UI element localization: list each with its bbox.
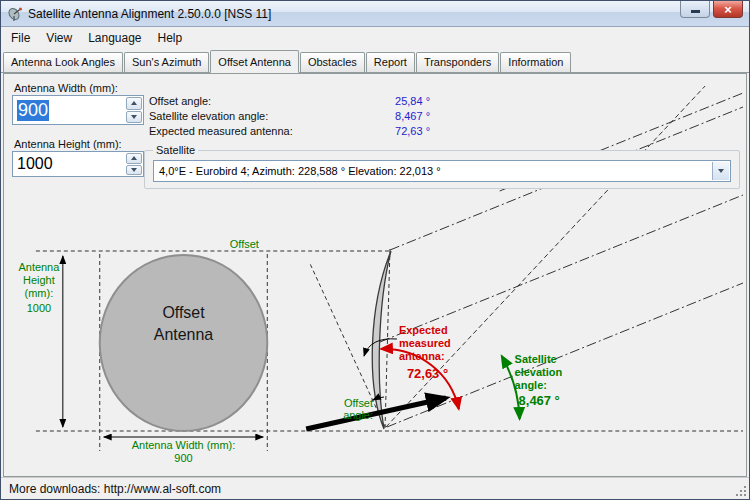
satellite-groupbox: Satellite 4,0°E - Eurobird 4; Azimuth: 2… [144, 150, 740, 189]
circle-label-line1: Offset [162, 304, 205, 321]
expected-label-line2: measured [399, 337, 451, 349]
spin-down-icon [131, 115, 137, 119]
tab-transponders[interactable]: Transponders [416, 52, 499, 72]
spin-up-icon [131, 101, 137, 105]
height-label-line2: Height [23, 274, 55, 286]
antenna-height-spin-down-button[interactable] [126, 165, 142, 176]
tab-report[interactable]: Report [366, 52, 415, 72]
spin-down-icon [131, 168, 137, 172]
antenna-height-input[interactable]: 1000 [12, 151, 144, 177]
readout-value: 25,84 ° [395, 95, 430, 107]
app-window: Satellite Antenna Alignment 2.50.0.0 [NS… [0, 0, 750, 500]
antenna-height-label: Antenna Height (mm): [14, 138, 122, 150]
offset-antenna-page: Offset Antenna Offset Antenna Height (mm… [3, 73, 747, 477]
spin-up-icon [131, 156, 137, 160]
elevation-label-line3: angle: [515, 379, 547, 391]
height-label-line1: Antenna [18, 261, 60, 273]
window-title: Satellite Antenna Alignment 2.50.0.0 [NS… [28, 7, 271, 21]
close-button[interactable]: × [713, 1, 743, 18]
expected-label-line1: Expected [399, 324, 448, 336]
menu-help[interactable]: Help [150, 28, 191, 48]
readout-expected-measured: Expected measured antenna: 72,63 ° [149, 124, 430, 139]
circle-label-line2: Antenna [154, 326, 214, 343]
combo-dropdown-button[interactable] [712, 162, 729, 180]
satellite-group-label: Satellite [153, 144, 198, 156]
height-label-line4: 1000 [27, 302, 51, 314]
menu-file[interactable]: File [3, 28, 38, 48]
antenna-width-value: 900 [17, 100, 49, 121]
antenna-height-spin-up-button[interactable] [126, 153, 142, 164]
width-label-line1: Antenna Width (mm): [132, 439, 235, 451]
readout-satellite-elevation: Satellite elevation angle: 8,467 ° [149, 109, 430, 124]
tab-antenna-look-angles[interactable]: Antenna Look Angles [3, 52, 123, 72]
expected-label-line3: antenna: [399, 350, 445, 362]
angle-readouts: Offset angle: 25,84 ° Satellite elevatio… [149, 94, 430, 139]
tab-offset-antenna[interactable]: Offset Antenna [210, 50, 299, 73]
minimize-icon [691, 10, 700, 13]
elevation-label-line1: Satellite [515, 353, 557, 365]
readout-label: Satellite elevation angle: [149, 109, 392, 124]
minimize-button[interactable] [680, 1, 710, 18]
antenna-width-spin-down-button[interactable] [126, 111, 142, 124]
titlebar[interactable]: Satellite Antenna Alignment 2.50.0.0 [NS… [1, 1, 749, 27]
antenna-width-input[interactable]: 900 [12, 95, 144, 125]
antenna-height-value: 1000 [17, 155, 53, 173]
offset-angle-label-line1: Offset [344, 397, 373, 409]
readout-value: 8,467 ° [395, 110, 430, 122]
satellite-select[interactable]: 4,0°E - Eurobird 4; Azimuth: 228,588 ° E… [153, 160, 731, 182]
resize-grip[interactable] [735, 485, 748, 498]
statusbar: More downloads: http://www.al-soft.com [1, 477, 749, 499]
readout-label: Offset angle: [149, 94, 392, 109]
chevron-down-icon [718, 169, 724, 173]
close-icon: × [724, 3, 732, 16]
elevation-value-label: 8,467 ° [519, 393, 560, 408]
readout-offset-angle: Offset angle: 25,84 ° [149, 94, 430, 109]
tab-obstacles[interactable]: Obstacles [300, 52, 365, 72]
satellite-line-3 [380, 195, 743, 342]
width-label-line2: 900 [174, 452, 192, 464]
offset-angle-label-line2: angle: [343, 409, 373, 421]
menu-language[interactable]: Language [80, 28, 149, 48]
menu-view[interactable]: View [38, 28, 80, 48]
menubar: File View Language Help [1, 27, 749, 49]
tabstrip: Antenna Look Angles Sun's Azimuth Offset… [1, 49, 749, 73]
expected-value-label: 72,63 ° [407, 366, 448, 381]
elevation-label-line2: elevation [515, 366, 563, 378]
status-text: More downloads: http://www.al-soft.com [9, 482, 221, 496]
offset-tag-label: Offset [230, 238, 259, 250]
satellite-selected-value: 4,0°E - Eurobird 4; Azimuth: 228,588 ° E… [159, 165, 441, 177]
readout-value: 72,63 ° [395, 125, 430, 137]
tab-information[interactable]: Information [500, 52, 571, 72]
height-label-line3: (mm): [25, 287, 54, 299]
readout-label: Expected measured antenna: [149, 124, 392, 139]
antenna-width-label: Antenna Width (mm): [14, 82, 118, 94]
antenna-width-spin-up-button[interactable] [126, 97, 142, 110]
app-icon [7, 6, 23, 22]
tab-suns-azimuth[interactable]: Sun's Azimuth [124, 52, 209, 72]
